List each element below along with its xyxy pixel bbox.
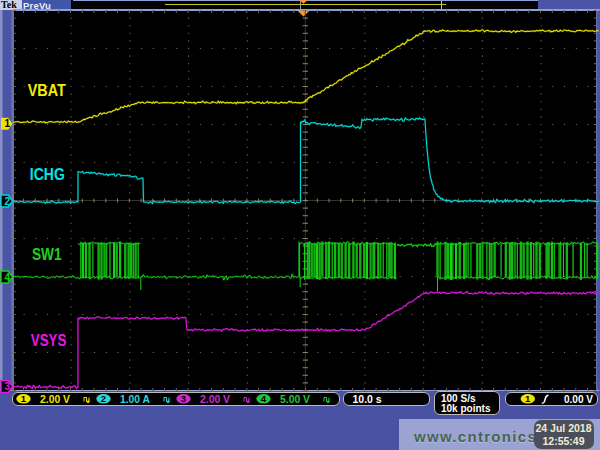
svg-text:5.00 V: 5.00 V	[280, 393, 311, 405]
svg-text:1: 1	[21, 393, 27, 404]
svg-text:3: 3	[181, 393, 186, 404]
svg-text:2.00 V: 2.00 V	[40, 393, 71, 405]
svg-text:2: 2	[101, 393, 106, 404]
svg-text:1: 1	[525, 393, 531, 404]
svg-text:0.00 V: 0.00 V	[564, 393, 594, 405]
svg-text:1.00 A: 1.00 A	[120, 393, 150, 405]
svg-text:4: 4	[261, 393, 267, 404]
svg-text:2.00 V: 2.00 V	[200, 393, 231, 405]
